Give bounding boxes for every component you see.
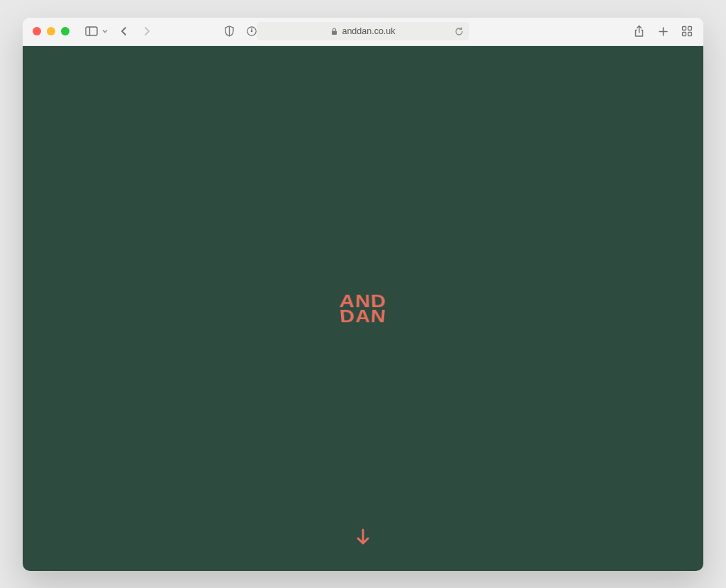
arrow-down-icon <box>356 528 370 546</box>
sidebar-toggle-button[interactable] <box>85 25 98 38</box>
window-minimize-button[interactable] <box>47 27 55 35</box>
svg-rect-11 <box>688 27 692 30</box>
svg-rect-13 <box>688 33 692 36</box>
browser-window: anddan.co.uk <box>23 18 703 571</box>
browser-toolbar: anddan.co.uk <box>23 18 703 46</box>
privacy-report-button[interactable] <box>223 25 235 38</box>
share-button[interactable] <box>632 25 645 38</box>
svg-rect-0 <box>86 27 97 35</box>
logo-line-2: DAN <box>339 309 387 323</box>
chevron-left-icon <box>121 26 128 36</box>
tabs-overview-button[interactable] <box>681 25 693 38</box>
scroll-down-button[interactable] <box>355 527 371 547</box>
chevron-right-icon <box>143 26 150 36</box>
toolbar-left-group <box>85 25 153 38</box>
share-icon <box>634 25 644 38</box>
page-content: AND DAN <box>23 46 703 571</box>
address-url: anddan.co.uk <box>342 26 395 36</box>
window-close-button[interactable] <box>33 27 41 35</box>
svg-rect-6 <box>332 30 337 35</box>
address-bar[interactable]: anddan.co.uk <box>257 22 469 40</box>
shield-icon <box>224 26 235 37</box>
refresh-button[interactable] <box>454 26 464 36</box>
forward-button[interactable] <box>140 25 153 38</box>
panel-icon <box>85 26 98 36</box>
new-tab-button[interactable] <box>657 25 669 38</box>
toolbar-right-group <box>632 25 693 38</box>
toolbar-middle-group <box>223 25 258 38</box>
back-button[interactable] <box>118 25 130 38</box>
window-zoom-button[interactable] <box>61 27 69 35</box>
tabs-grid-icon <box>681 26 693 37</box>
lock-icon <box>330 28 337 35</box>
dropdown-chevron-icon[interactable] <box>102 28 108 34</box>
svg-rect-12 <box>683 33 686 36</box>
window-controls <box>33 27 69 35</box>
svg-rect-10 <box>683 27 686 30</box>
refresh-icon <box>454 27 464 36</box>
plus-icon <box>658 26 669 37</box>
brand-logo: AND DAN <box>339 292 387 325</box>
